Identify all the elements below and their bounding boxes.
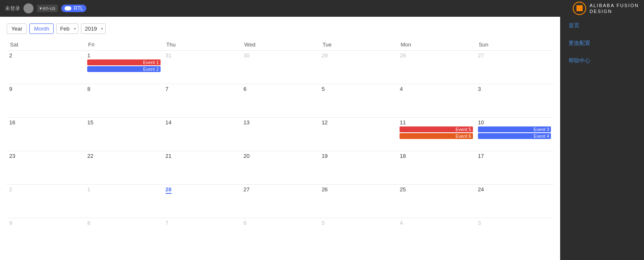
event-bar[interactable]: Event 5 bbox=[400, 126, 473, 132]
cal-cell-r5-c4[interactable]: 5 bbox=[319, 218, 397, 252]
cal-cell-r0-c2[interactable]: 31 bbox=[163, 51, 241, 84]
cal-cell-r2-c0[interactable]: 16 bbox=[7, 118, 85, 151]
cal-cell-r4-c6[interactable]: 24 bbox=[475, 185, 553, 218]
cal-cell-r0-c5[interactable]: 28 bbox=[397, 51, 475, 84]
date-number: 13 bbox=[244, 119, 249, 126]
cal-cell-r3-c0[interactable]: 23 bbox=[7, 151, 85, 185]
cal-cell-r3-c3[interactable]: 20 bbox=[241, 151, 319, 185]
date-number: 8 bbox=[87, 220, 90, 226]
date-number: 15 bbox=[87, 119, 93, 126]
date-number: 23 bbox=[9, 153, 15, 159]
cal-cell-r5-c6[interactable]: 3 bbox=[475, 218, 553, 252]
event-bar[interactable]: Event 3 bbox=[478, 126, 551, 132]
cal-cell-r1-c0[interactable]: 9 bbox=[7, 84, 85, 118]
sidebar-help-label: 帮助中心 bbox=[569, 57, 590, 64]
avatar bbox=[23, 3, 34, 13]
cal-cell-r2-c4[interactable]: 12 bbox=[319, 118, 397, 151]
cal-cell-r1-c5[interactable]: 4 bbox=[397, 84, 475, 118]
sidebar-item-help[interactable]: 帮助中心 bbox=[560, 52, 644, 70]
date-number: 17 bbox=[478, 153, 484, 159]
month-select[interactable]: Feb bbox=[56, 23, 78, 34]
cal-cell-r1-c4[interactable]: 5 bbox=[319, 84, 397, 118]
date-number: 27 bbox=[478, 52, 484, 59]
chevron-down-icon: ▾ bbox=[39, 5, 42, 11]
calendar-grid: Sat Fri Thu Wed Tue Mon Sun 21Event 1Eve… bbox=[7, 39, 553, 252]
brand-logo-area: 🅰 ALIBABA FUSION DESIGN bbox=[573, 2, 639, 15]
cal-cell-r3-c5[interactable]: 18 bbox=[397, 151, 475, 185]
nav-left: 未登录 ▾ en-us RTL bbox=[5, 3, 86, 13]
cal-cell-r0-c6[interactable]: 27 bbox=[475, 51, 553, 84]
date-number: 1 bbox=[87, 52, 90, 59]
rtl-toggle-btn[interactable]: RTL bbox=[61, 5, 86, 12]
cal-cell-r3-c1[interactable]: 22 bbox=[85, 151, 163, 185]
cal-cell-r2-c6[interactable]: 10Event 3Event 4 bbox=[475, 118, 553, 151]
cal-cell-r2-c2[interactable]: 14 bbox=[163, 118, 241, 151]
calendar-row-4: 212827262524 bbox=[7, 185, 553, 218]
cal-cell-r1-c1[interactable]: 8 bbox=[85, 84, 163, 118]
date-number: 4 bbox=[400, 220, 402, 226]
event-bar[interactable]: Event 6 bbox=[400, 133, 473, 139]
cal-cell-r1-c3[interactable]: 6 bbox=[241, 84, 319, 118]
date-number: 24 bbox=[478, 186, 484, 193]
cal-cell-r5-c2[interactable]: 7 bbox=[163, 218, 241, 252]
brand-icon: 🅰 bbox=[573, 2, 586, 15]
date-number: 2 bbox=[9, 52, 12, 59]
cal-cell-r5-c3[interactable]: 6 bbox=[241, 218, 319, 252]
date-number: 10 bbox=[478, 119, 484, 126]
calendar-row-0: 21Event 1Event 23130292827 bbox=[7, 51, 553, 84]
cal-cell-r2-c3[interactable]: 13 bbox=[241, 118, 319, 151]
cal-cell-r4-c4[interactable]: 26 bbox=[319, 185, 397, 218]
sidebar-item-home[interactable]: 首页 bbox=[560, 17, 644, 34]
cal-cell-r0-c0[interactable]: 2 bbox=[7, 51, 85, 84]
date-number: 19 bbox=[322, 153, 327, 159]
cal-cell-r3-c2[interactable]: 21 bbox=[163, 151, 241, 185]
toolbar: Year Month Feb 2019 bbox=[7, 23, 553, 34]
date-number: 29 bbox=[322, 52, 327, 59]
header-sat: Sat bbox=[7, 39, 85, 51]
event-bar[interactable]: Event 4 bbox=[478, 133, 551, 139]
date-number: 20 bbox=[244, 153, 249, 159]
cal-cell-r0-c3[interactable]: 30 bbox=[241, 51, 319, 84]
cal-cell-r4-c2[interactable]: 28 bbox=[163, 185, 241, 218]
lang-selector[interactable]: ▾ en-us bbox=[37, 5, 58, 12]
cal-cell-r0-c1[interactable]: 1Event 1Event 2 bbox=[85, 51, 163, 84]
cal-cell-r1-c2[interactable]: 7 bbox=[163, 84, 241, 118]
calendar-row-3: 23222120191817 bbox=[7, 151, 553, 185]
cal-cell-r5-c1[interactable]: 8 bbox=[85, 218, 163, 252]
cal-cell-r3-c4[interactable]: 19 bbox=[319, 151, 397, 185]
cal-cell-r4-c5[interactable]: 25 bbox=[397, 185, 475, 218]
cal-cell-r4-c1[interactable]: 1 bbox=[85, 185, 163, 218]
lang-value: en-us bbox=[43, 5, 55, 11]
date-number: 6 bbox=[244, 86, 247, 92]
sidebar-item-config[interactable]: 更改配置 bbox=[560, 34, 644, 52]
cal-cell-r4-c3[interactable]: 27 bbox=[241, 185, 319, 218]
year-select-wrap[interactable]: 2019 bbox=[81, 23, 106, 34]
calendar-row-2: 161514131211Event 5Event 610Event 3Event… bbox=[7, 118, 553, 151]
year-select[interactable]: 2019 bbox=[81, 23, 106, 34]
month-select-wrap[interactable]: Feb bbox=[56, 23, 78, 34]
date-number: 9 bbox=[9, 220, 12, 226]
main-layout: Year Month Feb 2019 Sat Fri Thu Wed bbox=[0, 17, 644, 260]
cal-cell-r5-c5[interactable]: 4 bbox=[397, 218, 475, 252]
header-fri: Fri bbox=[85, 39, 163, 51]
cal-cell-r2-c5[interactable]: 11Event 5Event 6 bbox=[397, 118, 475, 151]
cal-cell-r3-c6[interactable]: 17 bbox=[475, 151, 553, 185]
date-number: 4 bbox=[400, 86, 402, 92]
month-button[interactable]: Month bbox=[29, 23, 54, 34]
cal-cell-r5-c0[interactable]: 9 bbox=[7, 218, 85, 252]
year-button[interactable]: Year bbox=[7, 23, 27, 34]
date-number: 7 bbox=[166, 86, 169, 92]
date-number: 3 bbox=[478, 220, 481, 226]
cal-cell-r0-c4[interactable]: 29 bbox=[319, 51, 397, 84]
date-number: 30 bbox=[244, 52, 249, 59]
cal-cell-r1-c6[interactable]: 3 bbox=[475, 84, 553, 118]
date-number: 27 bbox=[244, 186, 249, 193]
toggle-icon bbox=[65, 6, 71, 10]
cal-cell-r4-c0[interactable]: 2 bbox=[7, 185, 85, 218]
event-bar[interactable]: Event 1 bbox=[87, 59, 160, 65]
cal-cell-r2-c1[interactable]: 15 bbox=[85, 118, 163, 151]
date-number: 26 bbox=[322, 186, 327, 193]
date-number: 3 bbox=[478, 86, 481, 92]
event-bar[interactable]: Event 2 bbox=[87, 66, 160, 72]
date-number: 16 bbox=[9, 119, 15, 126]
